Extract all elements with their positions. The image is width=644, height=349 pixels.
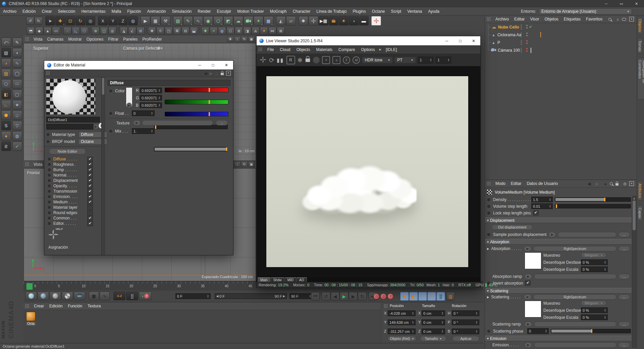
tool-icon-30[interactable]: ⊠: [277, 27, 285, 35]
mat-menu-edicion[interactable]: Edición: [47, 302, 65, 310]
current-frame-spinner[interactable]: 0 F▲▼: [175, 293, 211, 299]
grid-icon[interactable]: ▦: [89, 292, 99, 300]
vp-menu-mostrar[interactable]: Mostrar: [66, 36, 84, 43]
object-row-camara[interactable]: Cámara 100: [485, 46, 637, 54]
channel-checkbox[interactable]: [87, 157, 93, 162]
workplane-icon[interactable]: ▱: [286, 16, 296, 26]
size-z-field[interactable]: 0 cm▲▼: [422, 329, 445, 334]
tool-icon-18[interactable]: ⌘: [173, 27, 181, 35]
sample-texture-field[interactable]: [558, 232, 616, 237]
undo-icon[interactable]: ↺: [26, 17, 34, 25]
tool-icon-26[interactable]: ◨: [243, 27, 251, 35]
position-y-field[interactable]: 149.638 cm▲▼: [388, 319, 416, 325]
quantize-icon[interactable]: ∠: [128, 27, 136, 35]
osl-displacement-button[interactable]: Osl displacement: [492, 225, 533, 230]
record-key-icon[interactable]: ⚿︎: [373, 293, 379, 299]
app-close-button[interactable]: ✕: [629, 0, 644, 7]
palette-star-icon[interactable]: ★: [12, 100, 22, 109]
visibility-dot-icon[interactable]: [526, 43, 528, 44]
keyframe-circle-icon[interactable]: [46, 139, 50, 144]
hdr-tone-dropdown[interactable]: HDR tone▼: [362, 57, 392, 63]
app-maximize-button[interactable]: ▭: [614, 0, 629, 7]
r-slider[interactable]: [165, 88, 228, 92]
sort-az-icon[interactable]: A-Z: [113, 292, 125, 300]
tool-icon-28[interactable]: ✦: [260, 27, 268, 35]
keyframe-circle-icon[interactable]: [108, 111, 113, 116]
absorption-color-swatch[interactable]: [525, 252, 541, 269]
mat-menu-funcion[interactable]: Función: [65, 302, 85, 310]
palette-paint-sphere-icon[interactable]: ◕: [1, 58, 11, 68]
menu-linea-de-trabajo[interactable]: Línea de Trabajo: [313, 7, 350, 15]
polygons-mode-icon[interactable]: ⬠: [80, 27, 88, 35]
eye-icon[interactable]: [622, 18, 626, 21]
object-name[interactable]: Nube Cello: [498, 25, 519, 30]
material-preview[interactable]: [46, 79, 95, 114]
tool-icon-20[interactable]: ⬓: [190, 27, 198, 35]
rotation-h-field[interactable]: 0 °▲▼: [452, 310, 479, 316]
octane-help-logo[interactable]: HELP: [48, 229, 59, 241]
next-key-icon[interactable]: ↻: [358, 292, 367, 301]
modeling-icon[interactable]: ⬡▸: [213, 16, 223, 26]
menu-plugins[interactable]: Plugins: [350, 7, 369, 15]
snap-icon[interactable]: ◮: [120, 27, 128, 35]
mix-slider[interactable]: [154, 147, 228, 151]
object-row-ciclorama[interactable]: ▲ Ciclorama Aa: [485, 31, 637, 39]
browse-button[interactable]: ...: [619, 274, 630, 279]
texture-tag-icon[interactable]: [540, 32, 541, 37]
window-minimize-button[interactable]: ─: [193, 61, 206, 69]
pause-render-icon[interactable]: ▮▮: [277, 57, 284, 63]
menu-edicion[interactable]: Edición: [19, 7, 39, 15]
lv-spinner-b[interactable]: 1▲▼: [436, 57, 451, 63]
absorption-section-header[interactable]: Absorption: [485, 239, 632, 245]
live-viewer-titlebar[interactable]: Live Viewer Studio 2020.1.5-R4 ─ □ ✕: [257, 36, 480, 45]
channel-checkbox[interactable]: [87, 173, 93, 178]
palette-brick-icon[interactable]: ▤: [1, 69, 11, 78]
browse-button[interactable]: ...: [619, 232, 630, 237]
coordinate-system-icon[interactable]: ◍: [128, 16, 138, 26]
menu-octane[interactable]: Octane: [369, 7, 388, 15]
browse-button[interactable]: ...: [619, 321, 630, 327]
size-x-field[interactable]: 0 cm▲▼: [422, 310, 445, 316]
tab-shdw[interactable]: Shdw: [271, 278, 284, 282]
vp-menu-prorender[interactable]: ProRender: [140, 36, 164, 43]
end-frame-spinner[interactable]: 90 F▲▼: [289, 293, 313, 299]
lock-icon[interactable]: [221, 73, 224, 75]
object-row-nube[interactable]: ☁ Nube Cello ✔: [485, 23, 637, 31]
model-mode-icon[interactable]: ◆: [35, 27, 43, 35]
link-arrow-button[interactable]: ▶: [548, 232, 556, 237]
menu-motion-tracker[interactable]: Motion Tracker: [234, 7, 267, 15]
attr-menu-datos[interactable]: Datos de Usuario: [524, 180, 560, 187]
octane-logo-button[interactable]: [371, 16, 381, 26]
palette-rect-icon[interactable]: ▢: [12, 90, 22, 99]
menu-mograph[interactable]: MoGraph: [267, 7, 290, 15]
material-editor-scrollbar[interactable]: [101, 77, 105, 255]
window-minimize-button[interactable]: ─: [440, 37, 453, 45]
visibility-dot-icon[interactable]: [526, 35, 528, 36]
om-menu-etiquetas[interactable]: Etiquetas: [561, 15, 583, 23]
lv-menu-materials[interactable]: Materials: [313, 46, 335, 54]
record-position-icon[interactable]: ✚: [400, 292, 409, 301]
keyframe-help-icon[interactable]: ?: [387, 293, 393, 299]
preview-range-slider[interactable]: ◀ 0 F 90 F ▶: [215, 293, 287, 299]
tool-icon-16[interactable]: ⟐: [156, 27, 164, 35]
viewport-rotate-icon[interactable]: ↻: [241, 36, 248, 42]
octane-spiral-icon[interactable]: [309, 16, 318, 26]
s-escala-field[interactable]: 0 %▲▼: [581, 314, 608, 320]
channel-checkbox[interactable]: [87, 184, 93, 189]
scale-tool-icon[interactable]: ⊡: [65, 16, 75, 26]
channel-roughness[interactable]: Roughness .: [44, 162, 105, 167]
emission-field[interactable]: [534, 342, 616, 348]
rotate-tool-icon[interactable]: ↻: [75, 16, 85, 26]
channel-opacity[interactable]: Opacity. . . . .: [44, 183, 105, 189]
channel-medium[interactable]: Medium . . . .: [44, 199, 105, 205]
channel-checkbox[interactable]: [87, 221, 93, 226]
goto-start-icon[interactable]: ⏮︎: [311, 292, 320, 301]
menu-esculpir[interactable]: Esculpir: [214, 7, 234, 15]
keyframe-circle-icon[interactable]: [486, 204, 491, 209]
channel-checkbox[interactable]: [87, 200, 93, 205]
om-menu-objetos[interactable]: Objetos: [542, 15, 561, 23]
tab-main[interactable]: Main: [258, 278, 270, 282]
channel-checkbox[interactable]: [87, 205, 93, 210]
link-arrow-button[interactable]: ▶: [525, 342, 532, 348]
g-slider[interactable]: [165, 100, 228, 104]
